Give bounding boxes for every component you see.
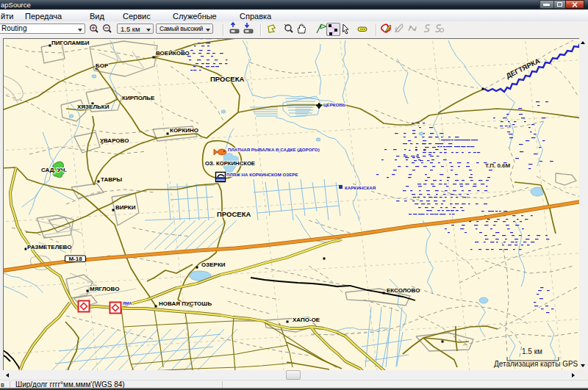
svg-text:ВИРКИ: ВИРКИ (115, 204, 136, 211)
svg-text:УВАРОВО: УВАРОВО (100, 137, 129, 144)
svg-text:1.5 км: 1.5 км (522, 347, 542, 355)
svg-text:ХАПО-ОЕ: ХАПО-ОЕ (293, 317, 320, 323)
svg-text:ПРОСЕКА: ПРОСЕКА (210, 75, 244, 83)
svg-text:КИРПОЛЬЕ: КИРПОЛЬЕ (122, 95, 155, 101)
svg-text:ЦЕРКОВЬ: ЦЕРКОВЬ (323, 102, 346, 107)
svg-text:МЯГЛОВО: МЯГЛОВО (90, 286, 119, 292)
svg-text:ПРОСЕКА: ПРОСЕКА (217, 210, 251, 218)
svg-text:РАЗМЕТЕЛЕВО: РАЗМЕТЕЛЕВО (27, 244, 71, 250)
svg-text:ПЛЯЖ НА КОРКИНСКОМ ОЗЕРЕ: ПЛЯЖ НА КОРКИНСКОМ ОЗЕРЕ (226, 172, 298, 177)
svg-text:КОРКИНО: КОРКИНО (170, 127, 198, 134)
svg-text:Детализация карты GPS: Детализация карты GPS (494, 360, 578, 368)
svg-text:ВОЕЙКОВО: ВОЕЙКОВО (156, 50, 190, 57)
svg-text:ТАВРЫ: ТАВРЫ (101, 176, 122, 183)
svg-text:БОР: БОР (96, 62, 109, 69)
svg-text:ОЗЕРКИ: ОЗЕРКИ (201, 261, 226, 268)
svg-text:ХЯЗЕЛЬКИ: ХЯЗЕЛЬКИ (77, 104, 110, 110)
svg-text:ОЗ. КОРКИНСКОЕ: ОЗ. КОРКИНСКОЕ (205, 160, 255, 167)
svg-text:ЯМА: ЯМА (123, 301, 132, 306)
svg-text:М-18: М-18 (68, 256, 82, 262)
svg-text:САД. УЧ.: САД. УЧ. (41, 167, 67, 173)
svg-text:ПЛАТНАЯ РЫБАЛКА В САДКЕ (ДОРОГ: ПЛАТНАЯ РЫБАЛКА В САДКЕ (ДОРОГО) (228, 147, 320, 152)
svg-text:ПИГОЛАМБИ: ПИГОЛАМБИ (51, 40, 90, 46)
svg-text:КАРКИНСКАЯ: КАРКИНСКАЯ (345, 185, 376, 190)
svg-text:Т.П. 0.6М: Т.П. 0.6М (485, 162, 511, 169)
svg-text:НОВАЯ ПУСТОШЬ: НОВАЯ ПУСТОШЬ (159, 300, 212, 307)
svg-text:ЕКСОЛОВО: ЕКСОЛОВО (387, 287, 420, 294)
